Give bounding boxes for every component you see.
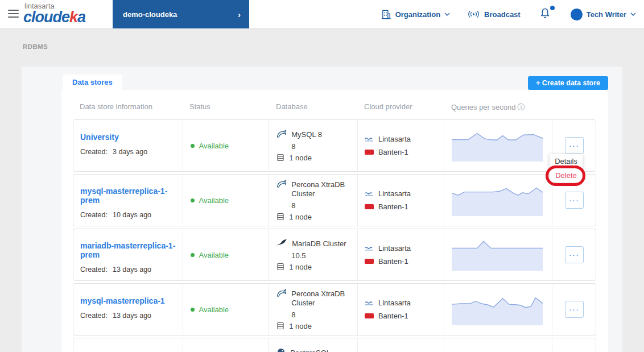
region-name: Banten-1 (378, 148, 408, 156)
notifications-button[interactable] (540, 7, 550, 21)
qps-sparkline (452, 349, 543, 352)
provider-cell: Lintasarta Banten-1 (357, 175, 444, 226)
status-badge: Available (199, 251, 229, 259)
info-icon[interactable]: ⓘ (517, 103, 525, 111)
qps-sparkline (452, 239, 543, 271)
broadcast-label: Broadcast (484, 10, 521, 19)
region-name: Banten-1 (378, 312, 408, 320)
data-stores-card: Data store information Status Database C… (61, 90, 608, 352)
database-cell: MariaDB Cluster 10.5 1 node (268, 229, 357, 280)
region-name: Banten-1 (378, 202, 408, 211)
engine-name: MySQL 8 (291, 130, 355, 139)
status-dot (191, 198, 195, 202)
provider-cell: Lintasarta Banten-1 (357, 229, 444, 280)
engine-version: 8 (291, 201, 357, 210)
node-count: 1 node (289, 263, 312, 271)
brand-main-label: cloudeka (23, 9, 85, 26)
notification-badge (550, 6, 555, 10)
region-flag-icon (365, 150, 374, 155)
created-line: Created:13 days ago (80, 312, 183, 320)
created-line: Created:13 days ago (80, 266, 183, 274)
hamburger-menu-icon[interactable] (8, 10, 19, 20)
engine-version: 8 (291, 310, 357, 319)
row-actions-button[interactable]: ··· (565, 137, 584, 154)
node-count: 1 node (289, 154, 312, 162)
datastore-link[interactable]: mysql-masterreplica-1-prem (80, 187, 183, 205)
tab-data-stores[interactable]: Data stores (63, 74, 122, 90)
menu-item-details[interactable]: Details (550, 154, 583, 168)
node-icon (276, 154, 284, 161)
chevron-right-icon: › (238, 10, 241, 19)
percona-dolphin-icon (276, 289, 287, 298)
region-name: Banten-1 (378, 257, 408, 266)
engine-version: 8 (291, 142, 357, 151)
datastore-link[interactable]: University (80, 132, 119, 142)
bell-icon (540, 7, 550, 19)
lintasarta-logo-icon (365, 246, 374, 251)
organization-menu[interactable]: Organization (381, 9, 450, 20)
region-flag-icon (365, 204, 374, 209)
broadcast-menu[interactable]: Broadcast (467, 10, 521, 19)
project-selector[interactable]: demo-cloudeka › (113, 0, 249, 28)
col-header-qps: Queries per secondⓘ (444, 102, 552, 113)
menu-item-delete[interactable]: Delete (550, 168, 583, 183)
status-dot (191, 144, 195, 148)
brand-logo: lintasarta cloudeka (23, 2, 85, 25)
postgresql-elephant-icon (276, 348, 286, 352)
avatar (571, 9, 583, 20)
engine-name: MariaDB Cluster (292, 239, 356, 249)
node-icon (276, 263, 284, 271)
content-panel: Data stores + Create data store Data sto… (22, 67, 622, 352)
qps-sparkline (452, 294, 543, 325)
status-badge: Available (199, 142, 229, 150)
col-header-status: Status (182, 102, 268, 113)
provider-cell: Lintasarta (357, 338, 444, 352)
engine-name: Percona XtraDB Cluster (291, 289, 355, 308)
mariadb-seal-icon (276, 239, 287, 246)
table-body: University Created:3 days ago Available … (73, 119, 596, 352)
create-data-store-button[interactable]: + Create data store (528, 76, 608, 90)
row-actions-button[interactable]: ··· (565, 246, 584, 263)
qps-chart-cell (444, 229, 552, 280)
status-cell: Available (183, 284, 269, 335)
user-menu[interactable]: Tech Writer (571, 9, 636, 20)
top-header: lintasarta cloudeka demo-cloudeka › Orga… (0, 0, 644, 28)
breadcrumb: RDBMS (23, 43, 48, 50)
mysql-dolphin-icon (276, 130, 287, 139)
col-header-database: Database (268, 102, 357, 113)
status-cell: Available (183, 175, 269, 226)
datastore-link[interactable]: mysql-masterreplica-1 (80, 296, 165, 305)
datastore-link[interactable]: mariadb-masterreplica-1-prem (80, 241, 183, 259)
row-actions-button[interactable]: ··· (565, 301, 584, 318)
row-actions-dropdown: Details Delete (550, 154, 583, 183)
organization-label: Organization (395, 10, 440, 19)
node-count: 1 node (289, 213, 312, 221)
qps-chart-cell (444, 120, 552, 171)
qps-chart-cell (444, 175, 552, 226)
region-flag-icon (365, 313, 374, 318)
node-icon (276, 213, 284, 221)
database-cell: PostgreSQL 13 (268, 338, 357, 352)
table-header: Data store information Status Database C… (73, 102, 596, 113)
engine-version: 10.5 (291, 251, 357, 260)
engine-name: PostgreSQL (290, 348, 354, 352)
table-row: mariadb-masterreplica-1-prem Created:13 … (73, 229, 596, 281)
provider-cell: Lintasarta Banten-1 (357, 120, 444, 171)
status-cell: Available (183, 338, 269, 352)
provider-name: Lintasarta (378, 299, 411, 307)
provider-name: Lintasarta (378, 244, 411, 252)
chevron-down-icon (444, 13, 450, 16)
qps-chart-cell (444, 284, 552, 335)
percona-dolphin-icon (276, 180, 287, 189)
node-count: 1 node (289, 322, 312, 330)
building-icon (381, 9, 391, 20)
broadcast-icon (467, 10, 480, 18)
lintasarta-logo-icon (365, 300, 374, 306)
database-cell: Percona XtraDB Cluster 8 1 node (268, 284, 357, 335)
lintasarta-logo-icon (365, 191, 374, 197)
row-actions-button[interactable]: ··· (565, 192, 584, 209)
status-cell: Available (183, 120, 269, 171)
engine-name: Percona XtraDB Cluster (291, 180, 355, 198)
region-flag-icon (365, 259, 374, 264)
database-cell: Percona XtraDB Cluster 8 1 node (268, 175, 357, 226)
